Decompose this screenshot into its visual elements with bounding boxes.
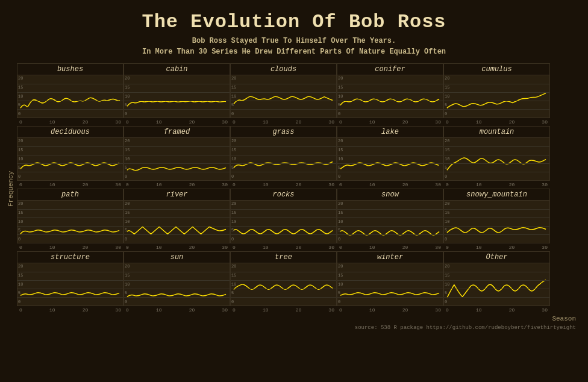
- x-axis-cell-lake: 0102030: [337, 181, 443, 189]
- x-tick: 20: [83, 307, 89, 313]
- x-axis-cell-snowy_mountain: 0102030: [443, 243, 550, 251]
- cell-label-snow: snow: [337, 189, 443, 201]
- cell-deciduous: deciduous20151050: [17, 126, 124, 181]
- y-tick: 20: [444, 77, 449, 81]
- cell-clouds: clouds20151050: [230, 63, 337, 118]
- chart-svg-rocks: [231, 201, 336, 242]
- x-tick: 20: [509, 245, 515, 250]
- chart-svg-structure: [17, 263, 123, 305]
- x-tick: 30: [542, 307, 548, 313]
- cell-label-tree: tree: [231, 252, 336, 263]
- y-tick-container: 20151050: [17, 75, 23, 117]
- chart-svg-cabin: [124, 75, 230, 117]
- x-tick: 10: [369, 245, 375, 250]
- cell-label-snowy_mountain: snowy_mountain: [444, 189, 549, 201]
- y-tick: 10: [124, 95, 130, 99]
- x-tick: 10: [156, 245, 162, 250]
- cell-chart-path: 20151050: [17, 201, 123, 243]
- chart-svg-grass: [231, 138, 336, 180]
- chart-svg-clouds: [231, 75, 336, 117]
- x-tick: 0: [126, 119, 129, 125]
- cell-chart-rocks: 20151050: [231, 201, 336, 243]
- cell-label-river: river: [124, 189, 230, 201]
- chart-row-1: deciduous20151050framed20151050grass2015…: [17, 126, 588, 181]
- x-tick: 30: [435, 119, 441, 125]
- y-tick-container: 20151050: [337, 201, 343, 243]
- x-tick: 0: [339, 245, 342, 250]
- y-tick: 15: [17, 148, 23, 152]
- x-axis-cell-sun: 0102030: [124, 306, 230, 314]
- line-path-sun: [127, 294, 226, 297]
- cell-label-structure: structure: [17, 252, 123, 263]
- y-tick: 15: [444, 211, 449, 215]
- cell-label-rocks: rocks: [231, 189, 336, 201]
- cell-label-bushes: bushes: [17, 64, 123, 75]
- y-tick-container: 20151050: [231, 201, 236, 243]
- y-tick: 20: [337, 77, 343, 81]
- x-axis-cell-grass: 0102030: [230, 181, 337, 189]
- x-tick: 30: [115, 245, 121, 250]
- x-tick: 30: [222, 307, 228, 313]
- y-tick: 0: [231, 175, 236, 179]
- cell-chart-bushes: 20151050: [17, 75, 123, 117]
- x-axis-cell-structure: 0102030: [17, 306, 124, 314]
- x-tick: 20: [296, 307, 302, 313]
- chart-svg-Other: [444, 263, 549, 305]
- cell-chart-lake: 20151050: [337, 138, 443, 180]
- chart-svg-snow: [337, 201, 443, 242]
- y-tick: 5: [231, 291, 236, 295]
- y-tick: 5: [17, 291, 23, 295]
- y-tick: 5: [124, 291, 130, 295]
- y-tick: 15: [444, 148, 449, 152]
- y-tick: 0: [17, 112, 23, 116]
- x-axis-cell-rocks: 0102030: [230, 243, 337, 251]
- x-tick: 10: [369, 119, 375, 125]
- cell-label-sun: sun: [124, 252, 230, 263]
- cell-chart-structure: 20151050: [17, 263, 123, 305]
- x-tick: 10: [476, 307, 482, 313]
- y-tick-container: 20151050: [444, 138, 449, 180]
- y-tick: 15: [124, 86, 130, 90]
- x-tick: 0: [233, 182, 236, 187]
- cell-structure: structure20151050: [17, 251, 124, 306]
- y-tick-container: 20151050: [337, 138, 343, 180]
- cell-chart-sun: 20151050: [124, 263, 230, 305]
- y-tick: 20: [444, 139, 449, 143]
- line-path-framed: [127, 168, 226, 171]
- x-tick: 30: [115, 182, 121, 187]
- cell-river: river20151050: [124, 189, 230, 243]
- y-tick: 5: [124, 166, 130, 170]
- cell-chart-snow: 20151050: [337, 201, 443, 243]
- x-axis-cell-path: 0102030: [17, 243, 124, 251]
- x-tick: 10: [263, 119, 269, 125]
- x-tick: 20: [509, 119, 515, 125]
- cell-sun: sun20151050: [124, 251, 230, 306]
- chart-row-3: structure20151050sun20151050tree20151050…: [17, 251, 588, 306]
- y-tick: 0: [124, 175, 130, 179]
- y-tick-container: 20151050: [444, 263, 449, 305]
- cell-label-framed: framed: [124, 127, 230, 138]
- x-tick: 0: [126, 245, 129, 250]
- chart-svg-path: [17, 201, 123, 242]
- cell-cumulus: cumulus20151050: [443, 63, 550, 118]
- cell-label-deciduous: deciduous: [17, 127, 123, 138]
- x-tick: 0: [446, 119, 449, 125]
- cell-chart-deciduous: 20151050: [17, 138, 123, 180]
- x-tick: 20: [402, 245, 408, 250]
- line-path-cabin: [127, 101, 226, 107]
- cell-label-lake: lake: [337, 127, 443, 138]
- y-tick: 5: [444, 166, 449, 170]
- x-axis-cell-deciduous: 0102030: [17, 181, 124, 189]
- y-tick: 15: [231, 211, 236, 215]
- y-tick: 5: [231, 166, 236, 170]
- x-tick: 10: [263, 245, 269, 250]
- cell-label-Other: Other: [444, 252, 549, 263]
- y-tick: 15: [124, 211, 130, 215]
- x-tick: 20: [296, 182, 302, 187]
- y-tick: 20: [231, 202, 236, 206]
- x-tick: 10: [263, 307, 269, 313]
- y-tick: 10: [17, 283, 23, 287]
- cell-chart-conifer: 20151050: [337, 75, 443, 117]
- y-tick: 20: [124, 77, 130, 81]
- y-tick: 5: [337, 166, 343, 170]
